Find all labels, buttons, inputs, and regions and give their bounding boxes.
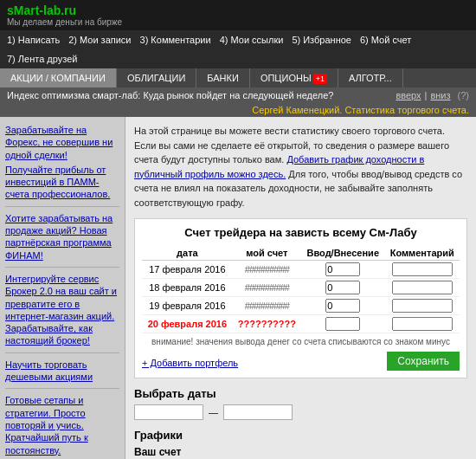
cell-date-3: 19 февраля 2016 <box>142 297 233 315</box>
nav-favorites[interactable]: 5) Избранное <box>292 35 351 45</box>
ticker-vote-links: вверх | вниз (?) <box>396 90 469 100</box>
cell-comment-1[interactable] <box>384 261 460 279</box>
site-tagline: Мы делаем деньги на бирже <box>7 17 469 27</box>
nav-write[interactable]: 1) Написать <box>7 35 60 45</box>
sidebar-link-finam[interactable]: Хотите зарабатывать на продаже акций? Но… <box>5 212 119 262</box>
col-account: мой счет <box>233 246 301 261</box>
sidebar: Зарабатывайте на Форекс, не совершив ни … <box>0 117 125 459</box>
sidebar-divider-4 <box>5 388 119 389</box>
ticker-bar: Индекс оптимизма смарт-лаб: Куда рынок п… <box>0 87 476 103</box>
date-separator: — <box>209 407 218 417</box>
sidebar-divider-1 <box>5 206 119 207</box>
charts-label: Графики <box>134 429 467 442</box>
options-badge: +1 <box>313 74 327 84</box>
table-actions: + Добавить портфель Сохранить <box>142 352 460 371</box>
col-date: дата <box>142 246 233 261</box>
cell-deposit-4[interactable] <box>301 315 384 333</box>
ticker-hint: (?) <box>458 90 469 100</box>
table-row: 19 февраля 2016 ########## <box>142 297 460 315</box>
cell-deposit-1[interactable] <box>301 261 384 279</box>
account-title: Счет трейдера на зависть всему См-Лабу <box>142 226 460 239</box>
sidebar-divider-2 <box>5 267 119 268</box>
nav-comments[interactable]: 3) Комментарии <box>140 35 211 45</box>
cell-date-4: 20 февраля 2016 <box>142 315 233 333</box>
cell-account-4: ?????????? <box>233 315 301 333</box>
date-inputs-row: — <box>134 404 467 420</box>
cell-deposit-3[interactable] <box>301 297 384 315</box>
nav-algotrade[interactable]: АЛГОТР... <box>338 68 403 87</box>
site-logo[interactable]: sMart-lab.ru <box>7 3 469 17</box>
nav-banks[interactable]: БАНКИ <box>196 68 250 87</box>
sidebar-link-forex[interactable]: Зарабатывайте на Форекс, не совершив ни … <box>5 124 119 161</box>
sidebar-link-pamm[interactable]: Получайте прибыль от инвестиций в ПАММ-с… <box>5 164 119 201</box>
nav-options[interactable]: ОПЦИОНЫ+1 <box>250 68 338 87</box>
account-section: Счет трейдера на зависть всему См-Лабу д… <box>134 218 467 378</box>
nav-friend-feed[interactable]: 7) Лента друзей <box>7 54 77 64</box>
add-portfolio-link[interactable]: + Добавить портфель <box>142 358 238 368</box>
table-row: 17 февраля 2016 ########## <box>142 261 460 279</box>
cell-account-3: ########## <box>233 297 301 315</box>
nav-my-posts[interactable]: 2) Мои записи <box>68 35 131 45</box>
nav-my-account[interactable]: 6) Мой счет <box>360 35 411 45</box>
info-block: На этой странице вы можете вести статист… <box>134 124 467 210</box>
cell-date-1: 17 февраля 2016 <box>142 261 233 279</box>
cell-deposit-2[interactable] <box>301 279 384 297</box>
date-picker-section: Выбрать даты — <box>134 387 467 420</box>
sidebar-link-strategies[interactable]: Готовые сетапы и стратегии. Просто повто… <box>5 394 119 456</box>
user-info-bar: Сергей Каменецкий. Статистика торгового … <box>0 103 476 117</box>
nav-stocks[interactable]: АКЦИИ / КОМПАНИИ <box>0 68 117 87</box>
ticker-separator: | <box>425 90 428 100</box>
category-navigation: АКЦИИ / КОМПАНИИ ОБЛИГАЦИИ БАНКИ ОПЦИОНЫ… <box>0 68 476 87</box>
main-content: На этой странице вы можете вести статист… <box>125 117 476 459</box>
save-button[interactable]: Сохранить <box>387 352 460 371</box>
cell-date-2: 18 февраля 2016 <box>142 279 233 297</box>
sidebar-link-broker[interactable]: Интегрируйте сервис Брокер 2.0 на ваш са… <box>5 273 119 347</box>
col-comment: Комментарий <box>384 246 460 261</box>
date-section-label: Выбрать даты <box>134 387 467 400</box>
cell-comment-3[interactable] <box>384 297 460 315</box>
date-from-input[interactable] <box>134 404 203 420</box>
nav-bonds[interactable]: ОБЛИГАЦИИ <box>117 68 196 87</box>
table-note: внимание! значения вывода денег со счета… <box>142 337 460 346</box>
vote-down-link[interactable]: вниз <box>430 90 450 100</box>
site-header: sMart-lab.ru Мы делаем деньги на бирже <box>0 0 476 30</box>
charts-section: Графики Ваш счет <box>134 429 467 458</box>
vote-up-link[interactable]: вверх <box>396 90 421 100</box>
sidebar-ads: Зарабатывайте на Форекс, не совершив ни … <box>5 124 119 459</box>
user-info-text: Сергей Каменецкий. Статистика торгового … <box>252 105 469 115</box>
cell-comment-4[interactable] <box>384 315 460 333</box>
your-account-label: Ваш счет <box>134 446 467 458</box>
table-row: 18 февраля 2016 ########## <box>142 279 460 297</box>
sidebar-divider-3 <box>5 352 119 353</box>
account-table: дата мой счет Ввод/Внесение Комментарий … <box>142 246 460 333</box>
col-deposit: Ввод/Внесение <box>301 246 384 261</box>
sidebar-link-cheap-stocks[interactable]: Научить торговать дешевыми акциями <box>5 359 119 384</box>
cell-account-1: ########## <box>233 261 301 279</box>
top-navigation: 1) Написать 2) Мои записи 3) Комментарии… <box>0 30 476 68</box>
cell-comment-2[interactable] <box>384 279 460 297</box>
nav-my-links[interactable]: 4) Мои ссылки <box>220 35 284 45</box>
cell-account-2: ########## <box>233 279 301 297</box>
ticker-text: Индекс оптимизма смарт-лаб: Куда рынок п… <box>7 90 333 100</box>
date-to-input[interactable] <box>223 404 293 420</box>
main-layout: Зарабатывайте на Форекс, не совершив ни … <box>0 117 476 459</box>
table-row-current: 20 февраля 2016 ?????????? <box>142 315 460 333</box>
